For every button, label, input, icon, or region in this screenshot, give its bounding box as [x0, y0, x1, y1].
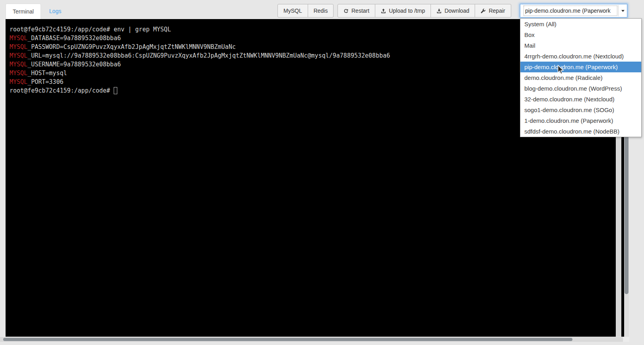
- tab-terminal[interactable]: Terminal: [6, 4, 41, 19]
- download-button[interactable]: Download: [431, 4, 475, 17]
- dropdown-option[interactable]: sogo1-demo.cloudron.me (SOGo): [520, 105, 641, 115]
- button-label: MySQL: [283, 8, 302, 14]
- download-icon: [436, 8, 442, 14]
- dropdown-option[interactable]: Mail: [520, 40, 641, 51]
- horizontal-scrollbar-track[interactable]: [0, 337, 629, 342]
- dropdown-option[interactable]: pip-demo.cloudron.me (Paperwork): [520, 62, 641, 72]
- dropdown-option[interactable]: blog-demo.cloudron.me (WordPress): [520, 83, 641, 94]
- repair-button[interactable]: Repair: [475, 4, 511, 17]
- app-selector-dropdown: System (All)BoxMail4rrgrh-demo.cloudron.…: [520, 18, 642, 137]
- button-label: Restart: [351, 8, 369, 14]
- scrollbar-corner: [623, 337, 629, 342]
- dropdown-option[interactable]: demo.cloudron.me (Radicale): [520, 72, 641, 83]
- terminal-cursor: [114, 87, 117, 94]
- app-selector[interactable]: pip-demo.cloudron.me (Paperwork: [520, 4, 627, 17]
- button-label: Repair: [489, 8, 505, 14]
- restart-button[interactable]: Restart: [338, 4, 375, 17]
- dropdown-option[interactable]: 1-demo.cloudron.me (Paperwork): [520, 115, 641, 126]
- button-label: Download: [444, 8, 469, 14]
- redis-button[interactable]: Redis: [308, 4, 334, 17]
- horizontal-scrollbar-thumb[interactable]: [3, 338, 572, 341]
- wrench-icon: [481, 8, 486, 14]
- tab-logs[interactable]: Logs: [41, 4, 70, 19]
- dropdown-option[interactable]: 32-demo.cloudron.me (Nextcloud): [520, 94, 641, 105]
- dropdown-option[interactable]: System (All): [520, 19, 641, 29]
- dropdown-option[interactable]: Box: [520, 29, 641, 40]
- dropdown-option[interactable]: sdfdsf-demo.cloudron.me (NodeBB): [520, 126, 641, 137]
- refresh-icon: [343, 8, 349, 14]
- chevron-down-icon: [621, 10, 625, 12]
- action-button-group: RestartUpload to /tmpDownloadRepair: [338, 4, 511, 17]
- mysql-button[interactable]: MySQL: [277, 4, 308, 17]
- upload-icon: [381, 8, 386, 14]
- select-arrow-zone[interactable]: [618, 5, 627, 16]
- database-button-group: MySQLRedis: [277, 4, 334, 17]
- app-selector-value: pip-demo.cloudron.me (Paperwork: [524, 6, 617, 16]
- upload-to-tmp-button[interactable]: Upload to /tmp: [375, 4, 431, 17]
- button-label: Upload to /tmp: [389, 8, 425, 14]
- cloudron-terminal-page: Terminal Logs MySQLRedis RestartUpload t…: [0, 0, 644, 345]
- button-label: Redis: [314, 8, 328, 14]
- dropdown-option[interactable]: 4rrgrh-demo.cloudron.me (Nextcloud): [520, 51, 641, 62]
